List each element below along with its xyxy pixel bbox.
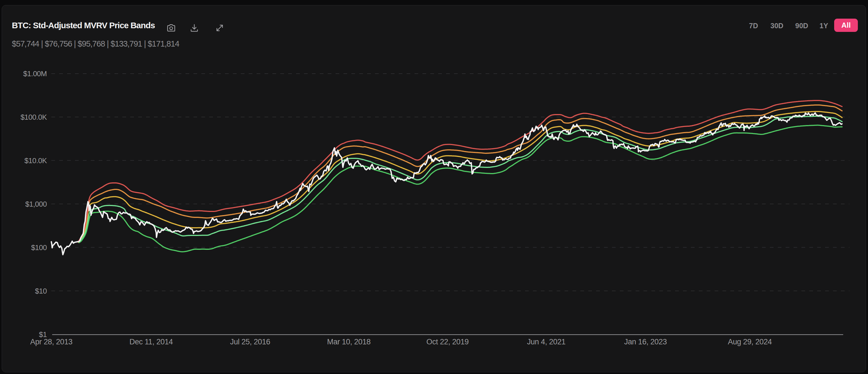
svg-text:Jul 25, 2016: Jul 25, 2016 [230,338,270,346]
svg-text:$1: $1 [39,330,47,339]
svg-text:$10: $10 [35,287,47,295]
svg-text:Dec 11, 2014: Dec 11, 2014 [129,338,173,346]
svg-text:$1,000: $1,000 [25,200,47,208]
svg-text:Jun 4, 2021: Jun 4, 2021 [527,338,566,346]
svg-text:$100: $100 [31,243,47,252]
svg-text:Oct 22, 2019: Oct 22, 2019 [426,338,469,346]
svg-text:$10.0K: $10.0K [25,156,48,165]
svg-text:Apr 28, 2013: Apr 28, 2013 [30,338,72,346]
svg-text:Aug 29, 2024: Aug 29, 2024 [728,338,772,346]
svg-text:Jan 16, 2023: Jan 16, 2023 [624,338,666,346]
svg-text:Mar 10, 2018: Mar 10, 2018 [327,338,371,346]
svg-text:$1.00M: $1.00M [23,69,47,78]
svg-text:$100.0K: $100.0K [21,113,48,121]
